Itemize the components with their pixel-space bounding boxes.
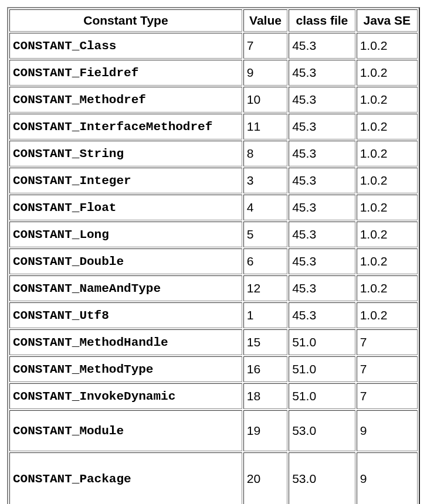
table-row: CONSTANT_Module 19 53.0 9 <box>9 410 418 451</box>
header-constant-type: Constant Type <box>9 9 242 32</box>
table-body: CONSTANT_Class 7 45.3 1.0.2 CONSTANT_Fie… <box>9 33 418 504</box>
cell-value: 3 <box>243 168 287 193</box>
cell-class-file: 45.3 <box>289 60 355 86</box>
cell-java-se: 7 <box>357 383 418 409</box>
cell-value: 8 <box>243 141 287 166</box>
cell-java-se: 1.0.2 <box>357 168 418 193</box>
cell-value: 10 <box>243 87 287 113</box>
cell-constant-type: CONSTANT_InvokeDynamic <box>9 383 242 409</box>
table-header-row: Constant Type Value class file Java SE <box>9 9 418 32</box>
cell-class-file: 45.3 <box>289 87 355 113</box>
cell-class-file: 51.0 <box>289 383 355 409</box>
cell-class-file: 45.3 <box>289 275 355 301</box>
cell-constant-type: CONSTANT_Methodref <box>9 87 242 113</box>
cell-constant-type: CONSTANT_Long <box>9 222 242 247</box>
cell-java-se: 1.0.2 <box>357 60 418 86</box>
cell-java-se: 1.0.2 <box>357 141 418 166</box>
header-value: Value <box>243 9 287 32</box>
cell-java-se: 7 <box>357 329 418 355</box>
cell-value: 6 <box>243 248 287 274</box>
table-row: CONSTANT_Long 5 45.3 1.0.2 <box>9 222 418 247</box>
table-row: CONSTANT_InterfaceMethodref 11 45.3 1.0.… <box>9 114 418 139</box>
cell-class-file: 45.3 <box>289 141 355 166</box>
table-row: CONSTANT_Float 4 45.3 1.0.2 <box>9 195 418 220</box>
header-java-se: Java SE <box>357 9 418 32</box>
cell-class-file: 45.3 <box>289 248 355 274</box>
cell-constant-type: CONSTANT_NameAndType <box>9 275 242 301</box>
table-row: CONSTANT_Package 20 53.0 9 <box>9 452 418 504</box>
cell-class-file: 45.3 <box>289 33 355 59</box>
cell-value: 11 <box>243 114 287 139</box>
cell-java-se: 1.0.2 <box>357 33 418 59</box>
cell-java-se: 9 <box>357 410 418 451</box>
table-row: CONSTANT_Double 6 45.3 1.0.2 <box>9 248 418 274</box>
table-row: CONSTANT_Fieldref 9 45.3 1.0.2 <box>9 60 418 86</box>
cell-constant-type: CONSTANT_MethodType <box>9 356 242 382</box>
cell-value: 19 <box>243 410 287 451</box>
cell-class-file: 45.3 <box>289 114 355 139</box>
cell-class-file: 51.0 <box>289 356 355 382</box>
cell-class-file: 53.0 <box>289 410 355 451</box>
cell-constant-type: CONSTANT_Integer <box>9 168 242 193</box>
cell-constant-type: CONSTANT_InterfaceMethodref <box>9 114 242 139</box>
cell-java-se: 7 <box>357 356 418 382</box>
cell-value: 1 <box>243 302 287 328</box>
cell-class-file: 45.3 <box>289 195 355 220</box>
cell-class-file: 45.3 <box>289 222 355 247</box>
cell-value: 5 <box>243 222 287 247</box>
table-row: CONSTANT_Utf8 1 45.3 1.0.2 <box>9 302 418 328</box>
cell-constant-type: CONSTANT_Utf8 <box>9 302 242 328</box>
cell-constant-type: CONSTANT_Module <box>9 410 242 451</box>
cell-constant-type: CONSTANT_Package <box>9 452 242 504</box>
cell-java-se: 1.0.2 <box>357 302 418 328</box>
cell-constant-type: CONSTANT_Float <box>9 195 242 220</box>
cell-java-se: 1.0.2 <box>357 87 418 113</box>
table-row: CONSTANT_Integer 3 45.3 1.0.2 <box>9 168 418 193</box>
table-row: CONSTANT_InvokeDynamic 18 51.0 7 <box>9 383 418 409</box>
cell-value: 18 <box>243 383 287 409</box>
cell-value: 20 <box>243 452 287 504</box>
constant-pool-table: Constant Type Value class file Java SE C… <box>7 7 420 504</box>
cell-value: 15 <box>243 329 287 355</box>
table-row: CONSTANT_NameAndType 12 45.3 1.0.2 <box>9 275 418 301</box>
cell-constant-type: CONSTANT_String <box>9 141 242 166</box>
cell-constant-type: CONSTANT_Double <box>9 248 242 274</box>
cell-value: 12 <box>243 275 287 301</box>
cell-java-se: 1.0.2 <box>357 222 418 247</box>
table-row: CONSTANT_MethodHandle 15 51.0 7 <box>9 329 418 355</box>
cell-value: 9 <box>243 60 287 86</box>
cell-class-file: 53.0 <box>289 452 355 504</box>
cell-constant-type: CONSTANT_MethodHandle <box>9 329 242 355</box>
cell-java-se: 9 <box>357 452 418 504</box>
cell-constant-type: CONSTANT_Fieldref <box>9 60 242 86</box>
cell-value: 16 <box>243 356 287 382</box>
table-row: CONSTANT_Class 7 45.3 1.0.2 <box>9 33 418 59</box>
table-row: CONSTANT_MethodType 16 51.0 7 <box>9 356 418 382</box>
cell-java-se: 1.0.2 <box>357 114 418 139</box>
cell-java-se: 1.0.2 <box>357 275 418 301</box>
cell-value: 4 <box>243 195 287 220</box>
cell-class-file: 45.3 <box>289 168 355 193</box>
cell-value: 7 <box>243 33 287 59</box>
cell-class-file: 51.0 <box>289 329 355 355</box>
table-row: CONSTANT_Methodref 10 45.3 1.0.2 <box>9 87 418 113</box>
cell-java-se: 1.0.2 <box>357 248 418 274</box>
table-row: CONSTANT_String 8 45.3 1.0.2 <box>9 141 418 166</box>
cell-java-se: 1.0.2 <box>357 195 418 220</box>
cell-constant-type: CONSTANT_Class <box>9 33 242 59</box>
cell-class-file: 45.3 <box>289 302 355 328</box>
header-class-file: class file <box>289 9 355 32</box>
